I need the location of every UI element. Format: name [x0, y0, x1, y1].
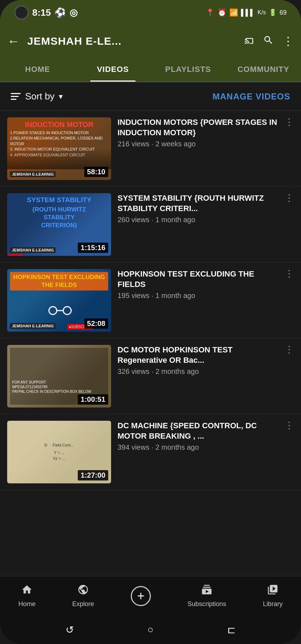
nav-explore[interactable]: Explore — [72, 584, 94, 608]
video-meta-5: 394 views · 2 months ago — [118, 443, 294, 452]
signal-icon: ▌▌▌ — [241, 9, 255, 16]
more-icon[interactable]: ⋮ — [282, 34, 294, 48]
thumbnail-2: SYSTEM STABILITY {ROUTH HURWITZ STABILIT… — [7, 193, 111, 256]
duration-badge-4: 1:00:51 — [78, 394, 108, 405]
channel-title: JEMSHAH E-LE... — [27, 35, 237, 47]
nav-add[interactable]: + — [131, 586, 151, 606]
duration-badge-5: 1:27:00 — [78, 470, 108, 480]
tab-videos-label: VIDEOS — [97, 65, 129, 74]
tab-home[interactable]: HOME — [0, 57, 75, 82]
nav-library-label: Library — [263, 600, 283, 608]
system-nav: ↺ ○ ⊏ — [0, 615, 301, 644]
progress-bar-2 — [7, 254, 23, 256]
nav-subscriptions-label: Subscriptions — [187, 600, 226, 608]
list-item[interactable]: SYSTEM STABILITY {ROUTH HURWITZ STABILIT… — [0, 187, 301, 263]
video-title-4: DC MOTOR HOPKINSON TEST Regenerative OR … — [118, 345, 285, 365]
phone-frame: 8:15 ⚽ ◎ 📍 ⏰ 📶 ▌▌▌ K/s 🔋 69 ← JEMSHAH E-… — [0, 0, 301, 644]
video-title-2: SYSTEM STABILITY {ROUTH HURWITZ STABILIT… — [118, 193, 285, 214]
list-item[interactable]: HOPKINSON TEST EXCLUDING THE FIELDS JEMS… — [0, 263, 301, 338]
sort-icon — [11, 93, 21, 100]
video-more-button-2[interactable]: ⋮ — [285, 193, 294, 203]
cast-icon[interactable] — [244, 35, 254, 48]
video-meta-4: 326 views · 2 months ago — [118, 367, 294, 376]
nav-subscriptions[interactable]: Subscriptions — [187, 584, 226, 608]
tab-playlists[interactable]: PLAYLISTS — [150, 57, 226, 82]
video-more-button-3[interactable]: ⋮ — [285, 269, 294, 278]
soccer-icon: ⚽ — [54, 7, 66, 18]
video-more-button-4[interactable]: ⋮ — [285, 345, 294, 354]
video-meta-2: 260 views · 1 month ago — [118, 216, 294, 224]
list-item[interactable]: INDUCTION MOTOR 1.POWER STAGES IN INDUCT… — [0, 111, 301, 187]
home-icon — [21, 584, 33, 598]
circle-icon: ◎ — [70, 7, 78, 18]
status-left: 8:15 ⚽ ◎ — [14, 5, 78, 20]
back-button[interactable]: ← — [7, 34, 20, 49]
explore-icon — [77, 584, 89, 598]
video-title-1: INDUCTION MOTORS {POWER STAGES IN INDUCT… — [118, 117, 285, 138]
status-right: 📍 ⏰ 📶 ▌▌▌ K/s 🔋 69 — [206, 8, 287, 17]
bottom-nav: Home Explore + Subscriptions — [0, 576, 301, 615]
header-actions: ⋮ — [244, 34, 294, 48]
thumbnail-4: FOR ANY SUPPORTMPESA 07123456789PAYPAL C… — [7, 345, 111, 408]
header: ← JEMSHAH E-LE... ⋮ — [0, 25, 301, 57]
battery-level: 69 — [280, 9, 287, 16]
sort-bar: Sort by ▾ MANAGE VIDEOS — [0, 82, 301, 111]
video-more-button-5[interactable]: ⋮ — [285, 421, 294, 430]
alarm-icon: ⏰ — [218, 8, 226, 17]
nav-home[interactable]: Home — [18, 584, 35, 608]
nav-home-label: Home — [18, 600, 35, 608]
library-icon — [267, 584, 278, 598]
camera-dot — [14, 5, 29, 20]
sys-back-button[interactable]: ↺ — [66, 624, 74, 636]
search-icon[interactable] — [263, 35, 274, 48]
duration-badge-3: 52:08 — [84, 318, 108, 329]
video-title-3: HOPKINSON TEST EXCLUDING THE FIELDS — [118, 269, 285, 289]
video-info-2: SYSTEM STABILITY {ROUTH HURWITZ STABILIT… — [118, 193, 294, 224]
tab-bar: HOME VIDEOS PLAYLISTS COMMUNITY — [0, 57, 301, 82]
duration-badge-2: 1:15:16 — [78, 243, 108, 253]
tab-community-label: COMMUNITY — [238, 65, 290, 74]
sort-button[interactable]: Sort by ▾ — [11, 91, 63, 102]
sort-label: Sort by — [25, 91, 54, 102]
nav-explore-label: Explore — [72, 600, 94, 608]
sys-recent-button[interactable]: ⊏ — [227, 624, 235, 636]
list-item[interactable]: FOR ANY SUPPORTMPESA 07123456789PAYPAL C… — [0, 338, 301, 414]
wifi-icon: 📶 — [229, 8, 238, 17]
list-item[interactable]: D Field Cont... Y = ...Vz = ... 1:27:00 … — [0, 414, 301, 490]
sys-home-button[interactable]: ○ — [148, 624, 154, 635]
video-info-4: DC MOTOR HOPKINSON TEST Regenerative OR … — [118, 345, 294, 376]
add-icon: + — [131, 586, 151, 606]
video-info-5: DC MACHINE {SPEED CONTROL, DC MOTOR BREA… — [118, 421, 294, 452]
status-bar: 8:15 ⚽ ◎ 📍 ⏰ 📶 ▌▌▌ K/s 🔋 69 — [0, 0, 301, 25]
subscriptions-icon — [201, 584, 212, 598]
thumbnail-1: INDUCTION MOTOR 1.POWER STAGES IN INDUCT… — [7, 117, 111, 180]
battery-icon: 🔋 — [269, 9, 277, 16]
main-content: Sort by ▾ MANAGE VIDEOS INDUCTION MOTOR … — [0, 82, 301, 576]
tab-community[interactable]: COMMUNITY — [226, 57, 301, 82]
video-meta-1: 216 views · 2 weeks ago — [118, 140, 294, 148]
video-info-1: INDUCTION MOTORS {POWER STAGES IN INDUCT… — [118, 117, 294, 148]
video-info-3: HOPKINSON TEST EXCLUDING THE FIELDS ⋮ 19… — [118, 269, 294, 300]
nav-library[interactable]: Library — [263, 584, 283, 608]
speed-label: K/s — [258, 9, 266, 16]
thumbnail-5: D Field Cont... Y = ...Vz = ... 1:27:00 — [7, 421, 111, 483]
status-time: 8:15 — [32, 7, 51, 18]
tab-playlists-label: PLAYLISTS — [165, 65, 211, 74]
tab-videos[interactable]: VIDEOS — [75, 57, 150, 82]
duration-badge-1: 58:10 — [84, 167, 108, 177]
tab-home-label: HOME — [25, 65, 50, 74]
video-more-button-1[interactable]: ⋮ — [285, 117, 294, 127]
video-title-5: DC MACHINE {SPEED CONTROL, DC MOTOR BREA… — [118, 421, 285, 441]
location-icon: 📍 — [206, 8, 215, 17]
video-list: INDUCTION MOTOR 1.POWER STAGES IN INDUCT… — [0, 111, 301, 490]
video-meta-3: 195 views · 1 month ago — [118, 292, 294, 300]
manage-videos-button[interactable]: MANAGE VIDEOS — [212, 92, 290, 102]
chevron-down-icon: ▾ — [59, 92, 63, 101]
thumbnail-3: HOPKINSON TEST EXCLUDING THE FIELDS JEMS… — [7, 269, 111, 332]
